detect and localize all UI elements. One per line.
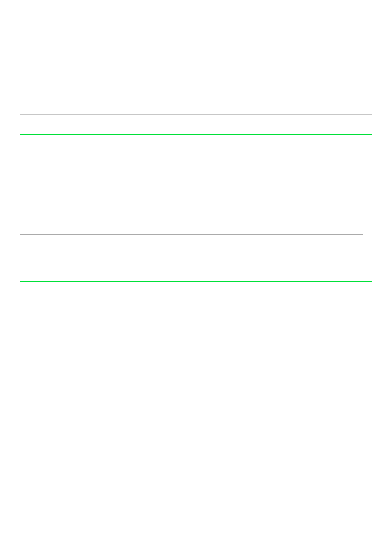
document-page (0, 0, 392, 555)
horizontal-rule-green (20, 281, 372, 282)
table-body-row (20, 235, 363, 266)
horizontal-rule-black (20, 115, 372, 115)
horizontal-rule-green (20, 134, 372, 135)
horizontal-rule-black (20, 416, 372, 416)
table-header-row (20, 222, 363, 235)
